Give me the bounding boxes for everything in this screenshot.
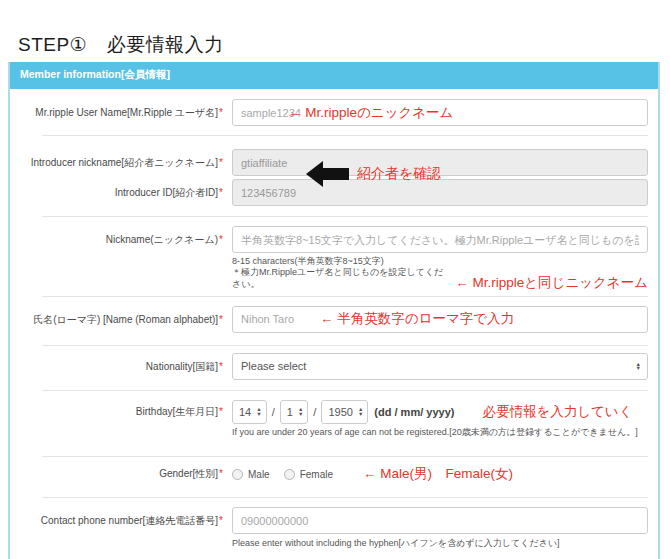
birthday-separator: / xyxy=(313,406,316,418)
contact-phone-input[interactable] xyxy=(232,507,648,534)
row-divider xyxy=(42,456,648,457)
gender-male-option[interactable]: Male xyxy=(232,469,270,480)
annotation-gender: ← Male(男) Female(女) xyxy=(363,465,513,483)
row-introducer-id: Introducer ID[紹介者ID]* xyxy=(10,179,658,206)
label-text: Nationality[国籍] xyxy=(146,361,218,372)
gender-female-option[interactable]: Female xyxy=(284,469,333,480)
label-text: Nickname(ニックネーム) xyxy=(106,234,218,245)
row-nationality: Nationality[国籍]* Please select ▲▼ xyxy=(10,353,658,380)
birthday-field: 14 ▲▼ / 1 ▲▼ / 1950 ▲▼ (dd / mm/ yyyy) 必… xyxy=(232,400,648,438)
gender-female-radio[interactable] xyxy=(284,469,295,480)
nickname-field: 8-15 characters(半角英数字8~15文字) ＊極力Mr.Rippl… xyxy=(232,226,648,290)
contact-phone-help: Please enter without including the hyphe… xyxy=(232,538,648,549)
birthday-day-select[interactable]: 14 ▲▼ xyxy=(232,400,267,424)
page-title: STEP① 必要情報入力 xyxy=(18,32,224,58)
contact-phone-label: Contact phone number[連絡先電話番号]* xyxy=(10,507,232,549)
row-gender: Gender[性別]* Male Female ← Male(男) Female… xyxy=(10,465,658,483)
row-divider xyxy=(42,345,648,346)
required-asterisk: * xyxy=(219,406,223,417)
nickname-help: 8-15 characters(半角英数字8~15文字) ＊極力Mr.Rippl… xyxy=(232,256,648,290)
nickname-help-line1: 8-15 characters(半角英数字8~15文字) xyxy=(232,256,648,267)
required-asterisk: * xyxy=(219,361,223,372)
introducer-nickname-input xyxy=(232,149,648,176)
row-mr-ripple-username: Mr.ripple User Name[Mr.Ripple ユーザ名]* ← M… xyxy=(10,99,658,126)
birthday-day-value: 14 xyxy=(239,406,251,418)
label-text: Introducer ID[紹介者ID] xyxy=(115,187,218,198)
required-asterisk: * xyxy=(219,314,223,325)
mr-ripple-username-field: ← Mr.rippleのニックネーム xyxy=(232,99,648,126)
birthday-month-select[interactable]: 1 ▲▼ xyxy=(280,400,309,424)
annotation-enter-required-info: 必要情報を入力していく xyxy=(482,403,632,421)
label-text: Introducer nickname[紹介者ニックネーム] xyxy=(31,157,218,168)
birthday-year-select[interactable]: 1950 ▲▼ xyxy=(321,400,368,424)
gender-female-label: Female xyxy=(300,469,333,480)
introducer-nickname-label: Introducer nickname[紹介者ニックネーム]* xyxy=(10,149,232,176)
birthday-year-value: 1950 xyxy=(328,406,352,418)
mr-ripple-username-label: Mr.ripple User Name[Mr.Ripple ユーザ名]* xyxy=(10,99,232,126)
label-text: Gender[性別] xyxy=(159,468,218,479)
birthday-help: If you are under 20 years of age can not… xyxy=(232,427,648,438)
row-divider xyxy=(42,497,648,498)
select-stepper-icon: ▲▼ xyxy=(298,407,303,416)
nationality-field: Please select ▲▼ xyxy=(232,353,648,380)
birthday-month-value: 1 xyxy=(287,406,293,418)
row-introducer-nickname: Introducer nickname[紹介者ニックネーム]* xyxy=(10,149,658,176)
row-divider xyxy=(42,390,648,391)
nationality-label: Nationality[国籍]* xyxy=(10,353,232,380)
introducer-id-input xyxy=(232,179,648,206)
required-asterisk: * xyxy=(219,187,223,198)
select-stepper-icon: ▲▼ xyxy=(256,407,261,416)
label-text: 氏名(ローマ字) [Name (Roman alphabet)] xyxy=(33,314,218,325)
required-asterisk: * xyxy=(219,468,223,479)
contact-phone-field: Please enter without including the hyphe… xyxy=(232,507,648,549)
label-text: Birthday[生年月日] xyxy=(136,406,218,417)
annotation-same-nickname: ← Mr.rippleと同じニックネーム xyxy=(455,275,648,292)
introducer-nickname-field xyxy=(232,149,648,176)
birthday-format-hint: (dd / mm/ yyyy) xyxy=(374,406,454,418)
birthday-separator: / xyxy=(272,406,275,418)
required-asterisk: * xyxy=(219,234,223,245)
required-asterisk: * xyxy=(219,157,223,168)
nickname-input[interactable] xyxy=(232,226,648,253)
required-asterisk: * xyxy=(219,515,223,526)
nationality-selected-value: Please select xyxy=(241,360,306,372)
row-contact-phone: Contact phone number[連絡先電話番号]* Please en… xyxy=(10,507,658,549)
member-info-panel: Member information[会員情報] Mr.ripple User … xyxy=(8,62,660,559)
birthday-label: Birthday[生年月日]* xyxy=(10,400,232,438)
form-body: Mr.ripple User Name[Mr.Ripple ユーザ名]* ← M… xyxy=(10,89,658,549)
nickname-label: Nickname(ニックネーム)* xyxy=(10,226,232,290)
mr-ripple-username-input[interactable] xyxy=(232,99,648,126)
panel-header: Member information[会員情報] xyxy=(10,62,658,89)
nickname-help-line2: ＊極力Mr.Rippleユーザ名と同じものを設定してください。 xyxy=(232,267,451,290)
gender-male-radio[interactable] xyxy=(232,469,243,480)
label-text: Contact phone number[連絡先電話番号] xyxy=(41,515,218,526)
introducer-group: Introducer nickname[紹介者ニックネーム]* Introduc… xyxy=(10,136,658,206)
gender-label: Gender[性別]* xyxy=(10,465,232,483)
nationality-select[interactable]: Please select ▲▼ xyxy=(232,353,648,380)
select-stepper-icon: ▲▼ xyxy=(636,362,641,371)
row-birthday: Birthday[生年月日]* 14 ▲▼ / 1 ▲▼ / 1950 xyxy=(10,400,658,438)
row-divider xyxy=(42,216,648,217)
row-nickname: Nickname(ニックネーム)* 8-15 characters(半角英数字8… xyxy=(10,226,658,290)
gender-male-label: Male xyxy=(248,469,270,480)
name-roman-input[interactable] xyxy=(232,306,648,333)
name-roman-label: 氏名(ローマ字) [Name (Roman alphabet)]* xyxy=(10,306,232,333)
label-text: Mr.ripple User Name[Mr.Ripple ユーザ名] xyxy=(35,107,218,118)
required-asterisk: * xyxy=(219,107,223,118)
introducer-id-label: Introducer ID[紹介者ID]* xyxy=(10,179,232,206)
introducer-id-field xyxy=(232,179,648,206)
gender-field: Male Female ← Male(男) Female(女) xyxy=(232,465,648,483)
select-stepper-icon: ▲▼ xyxy=(358,407,363,416)
name-roman-field: ← 半角英数字のローマ字で入力 xyxy=(232,306,648,333)
row-divider xyxy=(42,296,648,297)
row-name-roman: 氏名(ローマ字) [Name (Roman alphabet)]* ← 半角英数… xyxy=(10,306,658,333)
